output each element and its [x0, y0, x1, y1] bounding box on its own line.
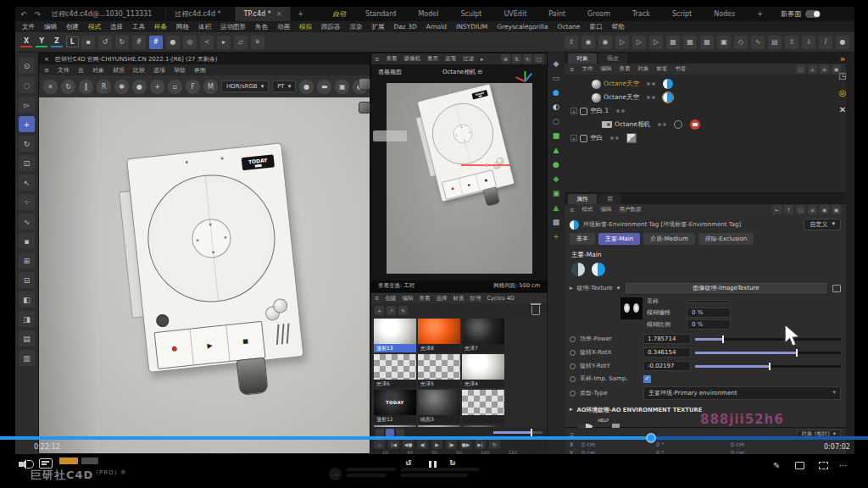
forward-30-button[interactable]: ↻30 — [449, 459, 456, 467]
octane-toolbar-icon[interactable]: ● — [132, 80, 147, 94]
keyframe-ring-icon[interactable] — [570, 391, 576, 396]
transport-button[interactable]: ◀● — [403, 440, 414, 449]
transport-button[interactable]: |◀ — [388, 440, 399, 449]
texture-thumbnail[interactable] — [620, 297, 643, 319]
octane-menu-item[interactable]: 比较 — [133, 66, 145, 75]
toolbar-icon[interactable]: ▤ — [768, 36, 782, 49]
panel-tab[interactable]: 对象 — [568, 53, 597, 64]
viewport-menu-item[interactable]: 选项 — [445, 55, 456, 63]
hamburger-icon[interactable]: ≡ — [44, 67, 49, 74]
keyframe-ring-icon[interactable] — [570, 336, 576, 342]
cube-icon[interactable] — [359, 102, 370, 114]
toolbar-icon[interactable]: ↻ — [115, 36, 129, 49]
material-tile[interactable]: 光泽8 — [418, 319, 460, 352]
keyframe-ring-icon[interactable] — [570, 376, 576, 382]
parameter-value[interactable]: -0.02197 — [643, 361, 691, 371]
undo-icon[interactable]: ↶ — [20, 10, 27, 19]
menu-item[interactable]: Octane — [558, 23, 581, 30]
layout-tab[interactable]: Track — [621, 10, 661, 18]
file-tab[interactable]: 过程c4d.c4d@...1030_113331 — [43, 7, 166, 21]
om-menu-item[interactable]: 文件 — [581, 65, 593, 73]
transport-button[interactable]: ↻ — [489, 440, 500, 449]
layout-tab[interactable]: + — [746, 10, 774, 18]
material-tile[interactable]: 光泽5 — [418, 354, 460, 388]
panel-tab[interactable]: 属性 — [568, 194, 597, 204]
om-search-icon[interactable]: ○ — [796, 64, 805, 74]
axis-toggle[interactable]: Z — [51, 36, 63, 47]
octane-toolbar-icon[interactable]: M — [203, 80, 218, 94]
layout-tab[interactable]: Sculpt — [449, 10, 492, 18]
material-tile[interactable]: 光泽6 — [374, 354, 416, 388]
material-name[interactable]: 光泽4 — [462, 380, 504, 388]
toolbar-icon[interactable]: ▷ — [649, 36, 663, 49]
tool-icon[interactable]: ▥ — [19, 350, 35, 366]
texture-expander-icon[interactable]: ▸ — [570, 285, 573, 291]
octane-toolbar-icon[interactable]: ✳ — [43, 80, 58, 94]
tool-icon[interactable]: ◨ — [19, 311, 35, 327]
material-thumbnail[interactable] — [418, 319, 460, 344]
octane-menu-item[interactable]: 界面 — [194, 66, 206, 75]
object-label[interactable]: Octane天空 — [604, 93, 639, 102]
toolbar-icon[interactable]: ∿ — [751, 36, 765, 49]
object-tag-icon[interactable] — [690, 119, 700, 130]
fullscreen-icon[interactable] — [819, 462, 828, 469]
side-palette-icon[interactable]: ✕ — [839, 105, 846, 114]
material-thumbnail[interactable] — [462, 390, 504, 415]
tool-icon[interactable]: + — [19, 116, 35, 132]
side-palette-icon[interactable]: ◳ — [838, 71, 846, 80]
file-tab[interactable]: TP.c4d * × — [236, 7, 292, 21]
visibility-dots[interactable] — [658, 123, 666, 126]
attr-nav-icon[interactable]: ← — [772, 205, 782, 214]
menu-item[interactable]: 扩展 — [372, 23, 385, 31]
menu-item[interactable]: 文件 — [22, 23, 35, 31]
attr-menu-item[interactable]: 编辑 — [600, 206, 611, 214]
material-name[interactable] — [462, 415, 504, 424]
axis-toggle[interactable]: L — [66, 36, 79, 47]
octane-toolbar-icon[interactable]: ✱ — [114, 80, 129, 94]
sub-row-value[interactable] — [687, 300, 731, 303]
attribute-tab-chip[interactable]: 介质-Medium — [643, 233, 695, 245]
toolbar-icon[interactable]: ▱ — [234, 36, 248, 49]
menu-item[interactable]: 模式 — [88, 23, 101, 31]
visibility-dots[interactable] — [647, 82, 655, 86]
octane-menu-item[interactable]: 对象 — [92, 66, 104, 75]
object-label[interactable]: Octane相机 — [615, 120, 650, 129]
material-tool-icon[interactable]: ✎ — [398, 306, 408, 315]
octane-toolbar-icon[interactable]: ↻ — [61, 80, 75, 94]
material-name[interactable]: 光泽7 — [462, 344, 504, 352]
object-tag-icon[interactable] — [626, 133, 637, 143]
object-row[interactable]: + 空白 — [568, 131, 843, 145]
material-tool-icon[interactable]: ↗ — [387, 306, 396, 315]
panel-tab[interactable]: 层 — [598, 194, 621, 204]
viewport-nav-icon[interactable]: ⊕ — [501, 54, 510, 64]
octane-toolbar-icon[interactable]: R — [97, 80, 111, 94]
material-name[interactable]: 光泽8 — [418, 344, 460, 352]
om-menu-item[interactable]: 查看 — [619, 65, 630, 73]
tool-icon[interactable]: ▤ — [19, 330, 35, 347]
toolbar-icon[interactable]: ◇ — [734, 36, 748, 49]
rewind-10-button[interactable]: ↺10 — [405, 459, 412, 467]
toolbar-icon[interactable]: ◎ — [183, 36, 197, 49]
expander-icon[interactable]: ▸ — [570, 406, 572, 414]
material-tile[interactable] — [462, 390, 504, 424]
palette-icon[interactable]: ■ — [553, 131, 560, 140]
menu-item[interactable]: 跟踪器 — [321, 23, 341, 31]
toolbar-icon[interactable]: ◉ — [598, 36, 612, 49]
hamburger-icon[interactable]: ≡ — [570, 207, 574, 214]
octane-menu-item[interactable]: 选项 — [153, 66, 165, 75]
toolbar-icon[interactable]: / — [819, 36, 832, 49]
slider-handle[interactable] — [769, 363, 771, 370]
menu-item[interactable]: 动画 — [277, 23, 290, 31]
toolbar-icon[interactable]: ▦ — [700, 36, 714, 49]
tool-icon[interactable]: ⊙ — [19, 58, 35, 74]
toolbar-icon[interactable]: ↺ — [98, 36, 112, 49]
attr-menu-item[interactable]: 用户数据 — [619, 206, 641, 214]
menu-item[interactable]: 网格 — [176, 23, 189, 31]
palette-icon[interactable]: ◐ — [553, 103, 559, 111]
volume-icon[interactable] — [19, 459, 31, 469]
tool-icon[interactable]: ◌ — [19, 77, 35, 93]
tool-icon[interactable]: ◧ — [19, 291, 35, 308]
video-progress-bar[interactable] — [0, 436, 868, 440]
chevron-down-icon[interactable]: ▾ — [617, 285, 620, 291]
keyframe-ring-icon[interactable] — [570, 350, 576, 356]
